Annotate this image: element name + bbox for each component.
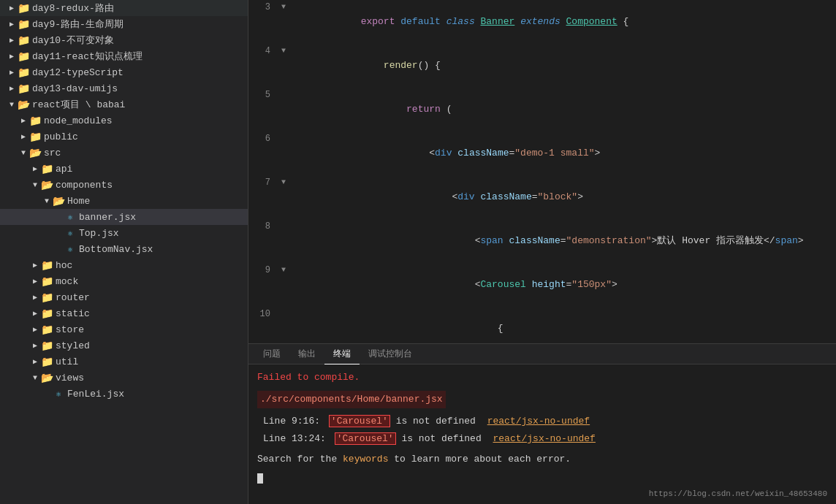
sidebar-item-node-modules[interactable]: ▶ 📁 node_modules (0, 112, 248, 129)
chevron-down-icon: ▼ (29, 179, 41, 191)
sidebar-item-mock[interactable]: ▶ 📁 mock (0, 273, 248, 289)
sidebar-item-router[interactable]: ▶ 📁 router (0, 289, 248, 305)
terminal-panel: 问题 输出 终端 调试控制台 Failed to compile. ./src/… (248, 343, 836, 504)
sidebar-item-label: views (56, 373, 84, 383)
fold-arrow[interactable]: ▼ (278, 263, 289, 278)
sidebar-item-label: src (44, 148, 61, 159)
tab-problems[interactable]: 问题 (254, 344, 289, 364)
sidebar-item-static[interactable]: ▶ 📁 static (0, 305, 248, 321)
file-jsx-icon: ⚛ (64, 243, 76, 255)
sidebar-item-day9[interactable]: ▶ 📁 day9-路由-生命周期 (0, 16, 248, 32)
sidebar-item-label: router (56, 292, 90, 303)
sidebar-item-bottomnav-jsx[interactable]: ⚛ BottomNav.jsx (0, 241, 248, 257)
chevron-right-icon: ▶ (29, 291, 41, 303)
code-line-4: 4 ▼ render() { (248, 44, 836, 88)
chevron-right-icon: ▶ (29, 259, 41, 271)
folder-open-icon: 📂 (53, 195, 64, 207)
sidebar-item-label: react项目 \ babai (32, 98, 125, 111)
sidebar-item-label: util (56, 356, 78, 367)
sidebar-item-api[interactable]: ▶ 📁 api (0, 161, 248, 177)
terminal-tab-bar: 问题 输出 终端 调试控制台 (248, 344, 836, 364)
folder-icon: 📁 (41, 275, 53, 287)
chevron-down-icon: ▼ (41, 195, 53, 207)
chevron-right-icon: ▶ (18, 115, 29, 126)
folder-icon: 📁 (41, 340, 53, 351)
error-1-message: is not defined (396, 416, 476, 427)
folder-icon: 📁 (41, 259, 53, 271)
line-content: export default class Banner extends Comp… (289, 0, 836, 44)
code-line-10: 10 { (248, 307, 836, 343)
sidebar-item-day8[interactable]: ▶ 📁 day8-redux-路由 (0, 0, 248, 16)
code-line-3: 3 ▼ export default class Banner extends … (248, 0, 836, 44)
sidebar-item-banner-jsx[interactable]: ⚛ banner.jsx (0, 209, 248, 225)
sidebar-item-label: components (56, 180, 113, 191)
sidebar-item-styled[interactable]: ▶ 📁 styled (0, 337, 248, 354)
file-jsx-icon: ⚛ (64, 211, 76, 223)
fold-arrow[interactable]: ▼ (278, 175, 289, 190)
sidebar-item-label: mock (56, 276, 78, 287)
error-1-link[interactable]: react/jsx-no-undef (487, 416, 590, 427)
chevron-right-icon: ▶ (6, 50, 18, 62)
error-file-path: ./src/components/Home/banner.jsx (257, 391, 446, 408)
folder-icon: 📁 (41, 291, 53, 303)
sidebar-item-hoc[interactable]: ▶ 📁 hoc (0, 257, 248, 273)
error-2-line: Line 13:24: (263, 433, 326, 444)
sidebar-item-label: day12-typeScript (32, 67, 123, 78)
file-jsx-icon: ⚛ (53, 388, 64, 400)
sidebar-item-util[interactable]: ▶ 📁 util (0, 354, 248, 370)
code-line-7: 7 ▼ <div className="block"> (248, 175, 836, 219)
code-line-6: 6 <div className="demo-1 small"> (248, 131, 836, 175)
fold-arrow[interactable]: ▼ (278, 0, 289, 15)
sidebar-item-store[interactable]: ▶ 📁 store (0, 321, 248, 337)
sidebar-item-label: day10-不可变对象 (32, 34, 114, 47)
fold-arrow[interactable]: ▼ (278, 44, 289, 58)
code-editor[interactable]: 3 ▼ export default class Banner extends … (248, 0, 836, 343)
sidebar-item-day11[interactable]: ▶ 📁 day11-react知识点梳理 (0, 48, 248, 64)
tab-terminal[interactable]: 终端 (324, 344, 360, 364)
line-content: render() { (289, 44, 836, 88)
sidebar-item-label: public (44, 131, 78, 142)
line-number: 4 (248, 44, 278, 58)
chevron-right-icon: ▶ (18, 131, 29, 142)
sidebar-item-day12[interactable]: ▶ 📁 day12-typeScript (0, 64, 248, 80)
error-1-line: Line 9:16: (263, 416, 320, 427)
sidebar-item-fenlei-jsx[interactable]: ⚛ FenLei.jsx (0, 386, 248, 402)
line-content: <div className="demo-1 small"> (289, 131, 836, 175)
chevron-right-icon: ▶ (29, 308, 41, 319)
sidebar-item-public[interactable]: ▶ 📁 public (0, 129, 248, 145)
sidebar-item-label: day8-redux-路由 (32, 1, 114, 15)
line-number: 9 (248, 263, 278, 278)
sidebar-item-src[interactable]: ▼ 📂 src (0, 145, 248, 161)
folder-icon: 📁 (41, 163, 53, 175)
line-number: 7 (248, 175, 278, 190)
sidebar-item-label: store (56, 324, 84, 335)
sidebar-item-react-proj[interactable]: ▼ 📂 react项目 \ babai (0, 96, 248, 112)
folder-open-icon: 📂 (41, 372, 53, 383)
folder-icon: 📁 (18, 83, 29, 94)
error-2-message: is not defined (401, 433, 481, 444)
spacer (53, 211, 64, 223)
sidebar-item-day13[interactable]: ▶ 📁 day13-dav-umijs (0, 80, 248, 96)
sidebar-item-label: day9-路由-生命周期 (32, 18, 123, 31)
error-2-link[interactable]: react/jsx-no-undef (493, 433, 596, 444)
sidebar-item-day10[interactable]: ▶ 📁 day10-不可变对象 (0, 32, 248, 48)
tab-output[interactable]: 输出 (289, 344, 324, 364)
keywords-link[interactable]: keywords (343, 454, 388, 465)
sidebar-item-label: FenLei.jsx (67, 389, 124, 400)
line-content: <span className="demonstration">默认 Hover… (289, 219, 836, 263)
footer-end: to learn more about each error. (394, 454, 571, 465)
sidebar-item-views[interactable]: ▼ 📂 views (0, 370, 248, 386)
sidebar-item-label: api (56, 164, 72, 175)
sidebar-item-top-jsx[interactable]: ⚛ Top.jsx (0, 225, 248, 241)
line-number: 5 (248, 88, 278, 102)
tab-debug-console[interactable]: 调试控制台 (360, 344, 421, 364)
folder-icon: 📁 (18, 66, 29, 78)
sidebar-item-home[interactable]: ▼ 📂 Home (0, 193, 248, 209)
file-explorer: ▶ 📁 day8-redux-路由 ▶ 📁 day9-路由-生命周期 ▶ 📁 d… (0, 0, 248, 504)
error-line-1: Line 9:16: 'Carousel' is not defined rea… (257, 414, 827, 429)
folder-icon: 📁 (41, 308, 53, 319)
watermark: https://blog.csdn.net/weixin_48653480 (649, 489, 827, 498)
sidebar-item-components[interactable]: ▼ 📂 components (0, 177, 248, 193)
chevron-right-icon: ▶ (29, 356, 41, 367)
error-2-highlight: 'Carousel' (335, 432, 396, 445)
